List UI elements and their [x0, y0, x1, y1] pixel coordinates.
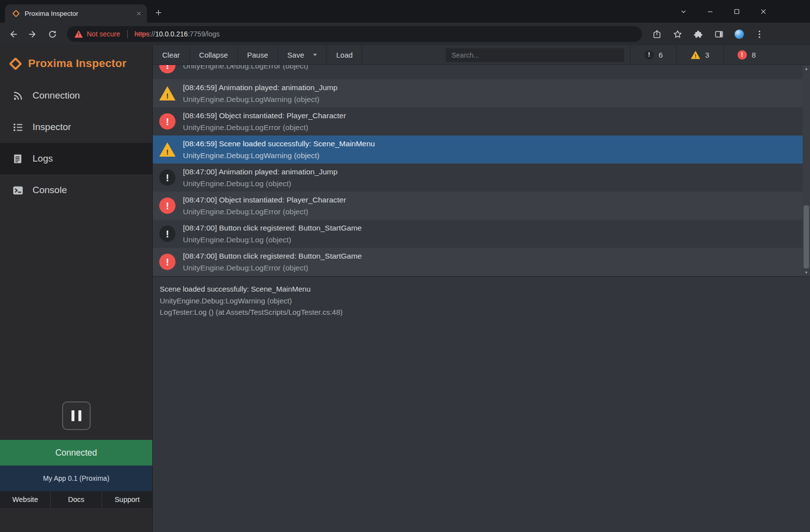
log-row[interactable]: [08:47:00] Button click registered: Butt…: [153, 248, 810, 276]
log-message: [08:47:00] Button click registered: Butt…: [183, 222, 362, 233]
warning-icon: [159, 86, 176, 101]
error-count-badge[interactable]: 8: [723, 45, 810, 65]
info-icon: [159, 169, 176, 186]
chevron-down-icon[interactable]: [678, 6, 689, 17]
logs-icon: [12, 153, 24, 165]
sidebar-item-console[interactable]: Console: [0, 174, 152, 206]
log-source: UnityEngine.Debug:LogError (object): [183, 206, 346, 217]
pause-button[interactable]: Pause: [238, 45, 278, 65]
forward-icon[interactable]: [25, 26, 40, 42]
tab-title: Proxima Inspector: [25, 10, 129, 17]
close-icon[interactable]: [758, 6, 769, 17]
back-icon[interactable]: [5, 26, 21, 42]
browser-tab[interactable]: Proxima Inspector: [5, 4, 147, 23]
log-row[interactable]: [08:47:00] Button click registered: Butt…: [153, 220, 810, 248]
log-message: [08:47:00] Object instantiated: Player_C…: [183, 194, 346, 205]
scroll-up-icon[interactable]: ▲: [805, 66, 809, 71]
minimize-icon[interactable]: [704, 6, 715, 17]
url-separator: ://: [149, 30, 155, 38]
error-icon: [159, 198, 176, 214]
extension-avatar-icon[interactable]: [735, 30, 744, 39]
maximize-icon[interactable]: [731, 6, 742, 17]
log-row[interactable]: [08:47:00] Animation played: animation_J…: [153, 164, 810, 192]
reload-icon[interactable]: [44, 26, 60, 42]
log-list: UnityEngine.Debug:LogError (object) [08:…: [153, 65, 810, 276]
not-secure-label: Not secure: [87, 30, 120, 38]
brand-title: Proxima Inspector: [28, 57, 127, 70]
save-dropdown-caret-icon[interactable]: [313, 54, 317, 56]
new-tab-icon[interactable]: [151, 4, 166, 20]
url-scheme: https: [135, 30, 149, 38]
proxima-favicon-icon: [12, 10, 20, 18]
url-field[interactable]: Not secure https://10.0.0.216:7759/logs: [67, 26, 642, 42]
log-source: UnityEngine.Debug:Log (object): [183, 178, 338, 189]
warning-count: 3: [705, 51, 709, 59]
omnibox-divider: [127, 30, 128, 38]
browser-window: Proxima Inspector: [0, 0, 810, 532]
share-icon[interactable]: [652, 29, 662, 39]
info-count: 6: [659, 51, 663, 59]
browser-menu-icon[interactable]: [754, 29, 765, 39]
log-message: [08:46:59] Scene loaded successfully: Sc…: [183, 138, 375, 149]
log-row[interactable]: UnityEngine.Debug:LogError (object): [153, 65, 810, 79]
error-icon: [159, 65, 176, 73]
not-secure-icon[interactable]: [74, 31, 83, 38]
url-path: :7759/logs: [188, 30, 220, 38]
scrollbar-thumb[interactable]: [804, 205, 809, 268]
connection-icon: [12, 90, 24, 102]
warning-icon: [159, 142, 176, 157]
sidebar-item-inspector[interactable]: Inspector: [0, 111, 152, 143]
warning-icon: [691, 51, 700, 59]
log-scrollbar[interactable]: ▲ ▼: [803, 65, 810, 276]
load-button[interactable]: Load: [327, 45, 362, 65]
log-message: [08:47:00] Button click registered: Butt…: [183, 250, 362, 262]
window-controls: [678, 0, 810, 23]
collapse-button[interactable]: Collapse: [190, 45, 238, 65]
side-panel-icon[interactable]: [714, 29, 724, 39]
footer-link[interactable]: Docs: [51, 491, 102, 508]
log-row[interactable]: [08:46:59] Object instantiated: Player_C…: [153, 107, 810, 135]
clear-button[interactable]: Clear: [153, 45, 190, 65]
address-bar-actions: [649, 29, 805, 39]
footer-link[interactable]: Website: [0, 491, 51, 508]
brand: Proxima Inspector: [0, 45, 152, 80]
log-message: [08:46:59] Animation played: animation_J…: [183, 82, 338, 93]
log-source: UnityEngine.Debug:Log (object): [183, 234, 362, 245]
log-detail-panel: Scene loaded successfully: Scene_MainMen…: [153, 276, 810, 532]
sidebar-spacer: [0, 206, 152, 401]
sidebar: Proxima Inspector Connection Inspector: [0, 45, 153, 532]
pause-stream-button[interactable]: [62, 401, 91, 430]
bookmark-star-icon[interactable]: [672, 29, 683, 39]
error-icon: [159, 113, 176, 130]
log-row[interactable]: [08:46:59] Scene loaded successfully: Sc…: [153, 135, 810, 164]
logs-toolbar: Clear Collapse Pause Save Load 6 3: [153, 45, 810, 65]
save-button[interactable]: Save: [278, 45, 327, 65]
search-input[interactable]: [446, 48, 624, 62]
footer-link[interactable]: Support: [102, 491, 152, 508]
sidebar-item-logs[interactable]: Logs: [0, 143, 152, 174]
log-source: UnityEngine.Debug:LogWarning (object): [183, 150, 375, 161]
log-row[interactable]: [08:46:59] Animation played: animation_J…: [153, 79, 810, 107]
error-icon: [738, 50, 747, 60]
browser-address-bar: Not secure https://10.0.0.216:7759/logs: [0, 23, 810, 45]
tab-close-icon[interactable]: [134, 9, 143, 18]
sidebar-nav: Connection Inspector Logs Consol: [0, 80, 152, 206]
log-message: [08:46:59] Object instantiated: Player_C…: [183, 110, 346, 121]
url-host: 10.0.0.216: [155, 30, 188, 38]
warning-count-badge[interactable]: 3: [676, 45, 723, 65]
sidebar-footer: Website Docs Support: [0, 491, 152, 508]
pause-icon: [71, 410, 74, 421]
console-icon: [12, 184, 24, 197]
extensions-puzzle-icon[interactable]: [693, 29, 704, 39]
error-icon: [159, 254, 176, 270]
sidebar-item-connection[interactable]: Connection: [0, 80, 152, 111]
log-row[interactable]: [08:47:00] Object instantiated: Player_C…: [153, 192, 810, 220]
info-count-badge[interactable]: 6: [630, 45, 676, 65]
url-text: https://10.0.0.216:7759/logs: [135, 30, 220, 38]
detail-line: UnityEngine.Debug:LogWarning (object): [160, 295, 803, 307]
scroll-down-icon[interactable]: ▼: [805, 270, 809, 275]
proxima-logo-icon: [9, 57, 22, 70]
connection-status-badge: Connected: [0, 440, 152, 466]
detail-line: LogTester:Log () (at Assets/TestScripts/…: [160, 306, 803, 318]
browser-tab-strip: Proxima Inspector: [0, 0, 810, 23]
